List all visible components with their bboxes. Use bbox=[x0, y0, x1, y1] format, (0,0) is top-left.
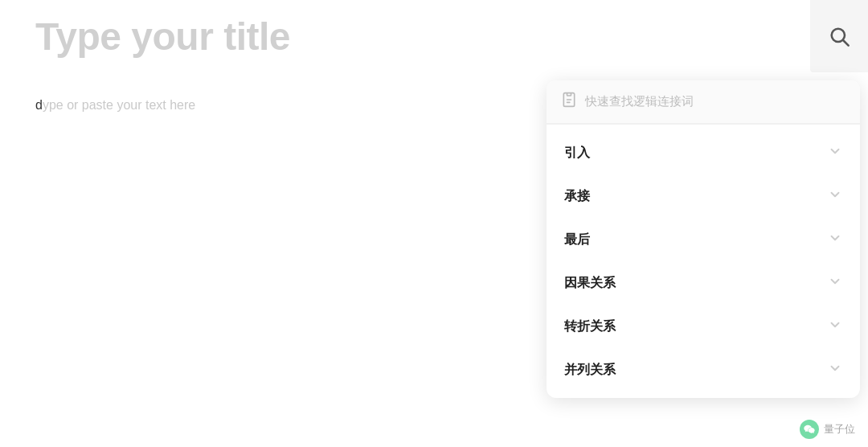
category-label-parallel: 并列关系 bbox=[564, 362, 616, 379]
main-area: Type your title dype or paste your text … bbox=[0, 0, 868, 447]
cursor: d bbox=[35, 98, 43, 112]
category-label-transition: 承接 bbox=[564, 188, 590, 205]
search-button[interactable] bbox=[810, 0, 868, 72]
category-item-causal[interactable]: 因果关系 bbox=[547, 261, 860, 305]
connector-search-bar[interactable]: 快速查找逻辑连接词 bbox=[547, 80, 860, 124]
category-item-finally[interactable]: 最后 bbox=[547, 218, 860, 261]
clipboard-icon bbox=[561, 92, 577, 112]
category-label-contrast: 转折关系 bbox=[564, 318, 616, 335]
category-item-parallel[interactable]: 并列关系 bbox=[547, 348, 860, 392]
wechat-icon bbox=[800, 420, 819, 439]
chevron-down-icon-causal bbox=[828, 274, 842, 292]
chevron-down-icon-parallel bbox=[828, 361, 842, 379]
category-item-contrast[interactable]: 转折关系 bbox=[547, 305, 860, 348]
chevron-down-icon-transition bbox=[828, 187, 842, 205]
editor-placeholder[interactable]: dype or paste your text here bbox=[35, 98, 195, 113]
category-label-intro: 引入 bbox=[564, 145, 590, 162]
category-list: 引入 承接 最后 因果关系 bbox=[547, 125, 860, 398]
chevron-down-icon-intro bbox=[828, 144, 842, 162]
category-label-finally: 最后 bbox=[564, 232, 590, 248]
search-placeholder: 快速查找逻辑连接词 bbox=[585, 94, 845, 109]
category-label-causal: 因果关系 bbox=[564, 275, 616, 292]
svg-rect-2 bbox=[567, 93, 571, 96]
connector-dropdown: 快速查找逻辑连接词 引入 承接 最后 bbox=[547, 80, 860, 398]
watermark-text: 量子位 bbox=[824, 422, 855, 437]
chevron-down-icon-contrast bbox=[828, 318, 842, 335]
category-item-intro[interactable]: 引入 bbox=[547, 131, 860, 174]
placeholder-text: ype or paste your text here bbox=[43, 98, 195, 112]
svg-line-1 bbox=[843, 40, 848, 45]
title-placeholder[interactable]: Type your title bbox=[35, 14, 290, 59]
chevron-down-icon-finally bbox=[828, 231, 842, 248]
watermark: 量子位 bbox=[800, 420, 855, 439]
search-icon bbox=[828, 25, 850, 47]
category-item-transition[interactable]: 承接 bbox=[547, 174, 860, 218]
